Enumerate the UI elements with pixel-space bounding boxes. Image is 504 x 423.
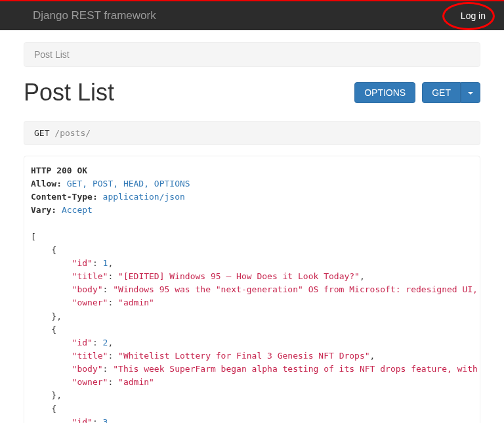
breadcrumb: Post List (24, 42, 480, 67)
post-id: 2 (103, 338, 108, 347)
post-body: This week SuperFarm began alpha testing … (118, 364, 480, 374)
response-panel: HTTP 200 OK Allow: GET, POST, HEAD, OPTI… (24, 156, 480, 423)
top-navbar: Django REST framework Log in (0, 0, 504, 30)
action-buttons: OPTIONS GET (354, 82, 480, 103)
brand-link[interactable]: Django REST framework (33, 9, 156, 22)
post-title: Whitelist Lottery for Final 3 Genesis NF… (123, 351, 365, 361)
get-button-group: GET (422, 82, 480, 103)
post-title: [EDITED] Windows 95 — How Does it Look T… (123, 271, 354, 281)
post-owner: admin (123, 377, 149, 387)
post-body: Windows 95 was the "next-generation" OS … (118, 284, 480, 294)
request-line: GET /posts/ (24, 121, 480, 145)
page-title: Post List (24, 79, 114, 106)
get-button[interactable]: GET (422, 82, 461, 103)
get-dropdown-toggle[interactable] (461, 82, 480, 103)
ctype-value: application/json (103, 192, 185, 202)
breadcrumb-post-list[interactable]: Post List (34, 49, 70, 60)
options-button[interactable]: OPTIONS (354, 82, 415, 103)
post-id: 3 (103, 417, 108, 423)
caret-down-icon (468, 92, 473, 95)
response-pre: HTTP 200 OK Allow: GET, POST, HEAD, OPTI… (31, 164, 473, 423)
login-link[interactable]: Log in (461, 11, 486, 21)
allow-label: Allow: (31, 179, 62, 189)
status-line: HTTP 200 OK (31, 166, 87, 175)
ctype-label: Content-Type: (31, 192, 98, 202)
vary-label: Vary: (31, 205, 56, 215)
allow-value: GET, POST, HEAD, OPTIONS (67, 179, 190, 189)
post-id: 1 (103, 258, 108, 268)
request-path: /posts/ (54, 128, 91, 138)
main-container: Post List Post List OPTIONS GET GET /pos… (0, 30, 504, 423)
post-owner: admin (123, 298, 149, 307)
title-bar: Post List OPTIONS GET (24, 79, 480, 106)
vary-value: Accept (62, 205, 93, 215)
login-label: Log in (461, 11, 486, 21)
request-method: GET (34, 128, 49, 138)
